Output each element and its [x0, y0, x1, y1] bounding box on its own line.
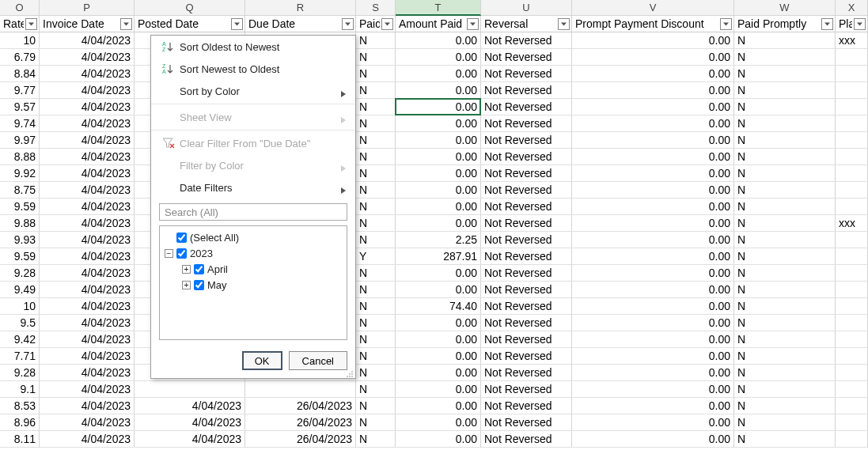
cell-W[interactable]: N [734, 66, 836, 81]
cell-T[interactable]: 0.00 [396, 348, 481, 364]
cell-X[interactable] [836, 381, 868, 397]
cell-U[interactable]: Not Reversed [481, 365, 572, 380]
cell-X[interactable] [836, 99, 868, 115]
cell-W[interactable]: N [734, 431, 836, 447]
cell-T[interactable]: 74.40 [396, 298, 481, 314]
cell-O[interactable]: 8.84 [0, 66, 40, 81]
cell-O[interactable]: 7.71 [0, 348, 40, 364]
cell-S[interactable]: N [356, 132, 396, 148]
cell-X[interactable] [836, 315, 868, 331]
cell-V[interactable]: 0.00 [572, 282, 734, 297]
cell-O[interactable]: 9.57 [0, 99, 40, 115]
collapse-icon[interactable]: − [165, 249, 173, 258]
column-letter-V[interactable]: V [572, 0, 734, 16]
filter-dropdown-R[interactable] [342, 18, 354, 30]
cell-O[interactable]: 9.59 [0, 248, 40, 264]
cell-O[interactable]: 8.75 [0, 182, 40, 198]
cell-T[interactable]: 0.00 [396, 265, 481, 281]
cell-W[interactable]: N [734, 215, 836, 231]
cell-S[interactable]: N [356, 431, 396, 447]
cell-U[interactable]: Not Reversed [481, 248, 572, 264]
column-letter-U[interactable]: U [481, 0, 572, 16]
filter-values-tree[interactable]: (Select All)−2023+April+May [159, 225, 347, 340]
cell-T[interactable]: 0.00 [396, 331, 481, 347]
cell-S[interactable]: N [356, 298, 396, 314]
cell-T[interactable]: 0.00 [396, 199, 481, 214]
cell-S[interactable]: N [356, 232, 396, 248]
cell-R[interactable]: 26/04/2023 [245, 431, 356, 447]
cell-U[interactable]: Not Reversed [481, 215, 572, 231]
cell-W[interactable]: N [734, 398, 836, 414]
cell-X[interactable]: xxx [836, 215, 868, 231]
cell-U[interactable]: Not Reversed [481, 315, 572, 331]
cell-O[interactable]: 8.88 [0, 149, 40, 164]
cell-S[interactable]: N [356, 115, 396, 131]
cell-W[interactable]: N [734, 414, 836, 430]
cell-S[interactable]: N [356, 199, 396, 214]
filter-search-input[interactable]: Search (All) [159, 203, 347, 221]
cell-W[interactable]: N [734, 99, 836, 115]
menu-date-filters[interactable]: Date Filters [151, 176, 355, 199]
cell-X[interactable]: xxx [836, 32, 868, 48]
cell-V[interactable]: 0.00 [572, 381, 734, 397]
tree-month-may[interactable]: +May [165, 277, 342, 293]
tree-year[interactable]: −2023 [165, 245, 342, 261]
cell-W[interactable]: N [734, 132, 836, 148]
checkbox-may[interactable] [194, 280, 204, 290]
cell-S[interactable]: N [356, 99, 396, 115]
cell-S[interactable]: N [356, 315, 396, 331]
cell-T[interactable]: 0.00 [396, 132, 481, 148]
cell-O[interactable]: 8.96 [0, 414, 40, 430]
column-letter-R[interactable]: R [245, 0, 356, 16]
cell-X[interactable] [836, 348, 868, 364]
cell-P[interactable]: 4/04/2023 [40, 232, 135, 248]
column-letter-Q[interactable]: Q [135, 0, 245, 16]
cell-X[interactable] [836, 165, 868, 181]
cell-V[interactable]: 0.00 [572, 248, 734, 264]
column-letter-S[interactable]: S [356, 0, 396, 16]
cell-U[interactable]: Not Reversed [481, 414, 572, 430]
cell-S[interactable]: N [356, 365, 396, 380]
cell-T[interactable]: 0.00 [396, 215, 481, 231]
cell-V[interactable]: 0.00 [572, 215, 734, 231]
cell-O[interactable]: 9.59 [0, 199, 40, 214]
cell-V[interactable]: 0.00 [572, 431, 734, 447]
cell-P[interactable]: 4/04/2023 [40, 298, 135, 314]
cell-V[interactable]: 0.00 [572, 182, 734, 198]
cell-U[interactable]: Not Reversed [481, 199, 572, 214]
cell-X[interactable] [836, 149, 868, 164]
cell-X[interactable] [836, 331, 868, 347]
cell-O[interactable]: 9.42 [0, 331, 40, 347]
filter-dropdown-Q[interactable] [231, 18, 243, 30]
cell-O[interactable]: 9.49 [0, 282, 40, 297]
cell-X[interactable] [836, 66, 868, 81]
cell-S[interactable]: N [356, 331, 396, 347]
resize-handle-icon[interactable] [346, 369, 354, 376]
cell-O[interactable]: 9.5 [0, 315, 40, 331]
cell-U[interactable]: Not Reversed [481, 66, 572, 81]
cell-Q[interactable]: 4/04/2023 [135, 398, 245, 414]
cell-O[interactable]: 9.88 [0, 215, 40, 231]
cell-S[interactable]: N [356, 165, 396, 181]
cell-X[interactable] [836, 282, 868, 297]
cell-U[interactable]: Not Reversed [481, 381, 572, 397]
cell-P[interactable]: 4/04/2023 [40, 414, 135, 430]
column-letter-T[interactable]: T [396, 0, 481, 16]
cell-T[interactable]: 0.00 [396, 182, 481, 198]
cell-O[interactable]: 9.97 [0, 132, 40, 148]
cell-P[interactable]: 4/04/2023 [40, 165, 135, 181]
filter-dropdown-W[interactable] [821, 18, 833, 30]
cell-O[interactable]: 9.28 [0, 265, 40, 281]
cell-U[interactable]: Not Reversed [481, 265, 572, 281]
cell-P[interactable]: 4/04/2023 [40, 199, 135, 214]
cell-X[interactable] [836, 132, 868, 148]
cell-W[interactable]: N [734, 315, 836, 331]
cell-V[interactable]: 0.00 [572, 66, 734, 81]
cell-P[interactable]: 4/04/2023 [40, 99, 135, 115]
cell-O[interactable]: 9.28 [0, 365, 40, 380]
cell-P[interactable]: 4/04/2023 [40, 315, 135, 331]
cell-V[interactable]: 0.00 [572, 49, 734, 65]
cell-S[interactable]: N [356, 265, 396, 281]
filter-dropdown-X[interactable] [854, 18, 866, 30]
cell-W[interactable]: N [734, 199, 836, 214]
